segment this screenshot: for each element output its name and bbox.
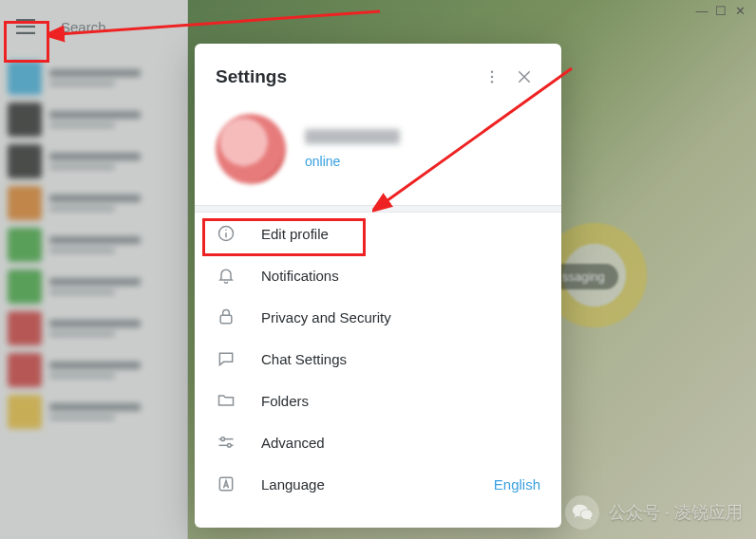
svg-point-4: [491, 76, 493, 78]
menu-value: English: [494, 476, 540, 493]
divider: [195, 205, 561, 213]
settings-item-chat-settings[interactable]: Chat Settings: [195, 338, 561, 380]
settings-item-folders[interactable]: Folders: [195, 380, 561, 421]
window-minimize-button[interactable]: —: [693, 4, 710, 17]
lock-icon: [216, 307, 236, 327]
watermark: 公众号 · 凌锐应用: [565, 495, 743, 530]
menu-label: Chat Settings: [261, 351, 540, 367]
svg-point-3: [491, 71, 493, 73]
chat-icon: [216, 348, 236, 369]
menu-label: Privacy and Security: [261, 309, 540, 325]
svg-point-11: [221, 437, 225, 441]
svg-point-5: [491, 81, 493, 83]
settings-item-advanced[interactable]: Advanced: [195, 421, 561, 463]
advanced-icon: [216, 432, 236, 453]
menu-label: Advanced: [261, 435, 540, 451]
folder-icon: [216, 390, 236, 411]
watermark-text: 公众号 · 凌锐应用: [609, 501, 743, 524]
menu-label: Folders: [261, 393, 540, 409]
menu-label: Edit profile: [261, 226, 540, 242]
settings-menu: Edit profileNotificationsPrivacy and Sec…: [195, 213, 561, 505]
language-icon: [216, 474, 236, 494]
avatar[interactable]: [216, 114, 286, 184]
close-icon: [516, 68, 533, 85]
profile-text: online: [305, 129, 400, 169]
settings-title: Settings: [216, 66, 476, 87]
profile-name: [305, 129, 400, 144]
settings-item-privacy-and-security[interactable]: Privacy and Security: [195, 296, 561, 338]
window-controls: — ☐ ✕: [686, 0, 756, 21]
wechat-icon: [565, 495, 599, 530]
settings-more-button[interactable]: [476, 61, 508, 93]
settings-item-notifications[interactable]: Notifications: [195, 254, 561, 296]
bell-icon: [216, 265, 236, 286]
settings-header: Settings: [195, 44, 561, 102]
settings-close-button[interactable]: [508, 61, 540, 93]
svg-point-8: [225, 229, 227, 231]
settings-item-language[interactable]: LanguageEnglish: [195, 463, 561, 505]
more-vertical-icon: [483, 68, 501, 85]
profile-block: online: [195, 102, 561, 205]
menu-label: Language: [261, 476, 469, 493]
window-close-button[interactable]: ✕: [731, 4, 748, 17]
info-icon: [216, 223, 236, 244]
menu-label: Notifications: [261, 268, 540, 284]
window-maximize-button[interactable]: ☐: [712, 4, 729, 17]
settings-item-edit-profile[interactable]: Edit profile: [195, 213, 561, 254]
svg-point-13: [228, 444, 232, 448]
profile-status: online: [305, 154, 400, 169]
settings-modal: Settings online Edit profileNotification…: [195, 44, 561, 528]
svg-rect-9: [220, 315, 232, 323]
